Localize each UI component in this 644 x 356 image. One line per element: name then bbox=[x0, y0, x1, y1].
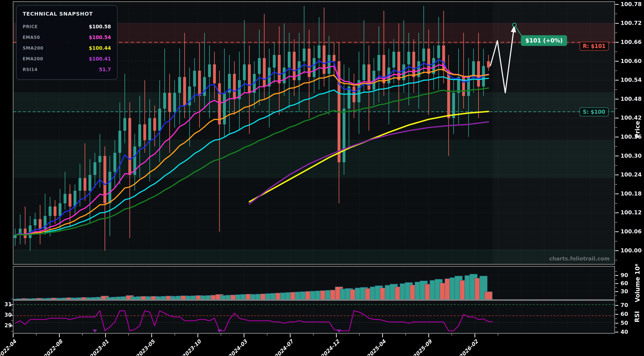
rsi-left-tick-label: 31 bbox=[2, 301, 12, 308]
candle bbox=[223, 93, 226, 124]
candle bbox=[328, 55, 330, 74]
rsi-tick-label: 70 bbox=[620, 302, 628, 308]
candle bbox=[98, 156, 101, 162]
candle bbox=[298, 61, 300, 80]
candle bbox=[84, 178, 86, 191]
candle bbox=[163, 93, 166, 109]
snapshot-value: $100.54 bbox=[89, 35, 111, 40]
candle bbox=[123, 118, 126, 131]
candle bbox=[248, 64, 251, 93]
candle bbox=[118, 131, 121, 153]
snapshot-value: $100.44 bbox=[89, 45, 111, 51]
candle bbox=[153, 118, 156, 131]
candle bbox=[208, 64, 211, 77]
candle bbox=[283, 68, 286, 83]
candle bbox=[407, 52, 410, 64]
rsi-tick-label: 60 bbox=[620, 311, 628, 317]
technical-snapshot-panel: TECHNICAL SNAPSHOT PRICE $100.58 EMA50 $… bbox=[16, 5, 118, 80]
candle bbox=[437, 45, 440, 58]
candle bbox=[88, 175, 91, 191]
rsi-axis-title: RSI bbox=[634, 284, 642, 349]
price-tick-label: 100.36 bbox=[620, 134, 642, 140]
forecast-target-badge: $101 (+0%) bbox=[521, 35, 567, 46]
snapshot-row-rsi14: RSI14 51.7 bbox=[23, 64, 111, 75]
volume-tick-label: 60 bbox=[620, 280, 628, 286]
candle bbox=[258, 58, 261, 74]
candle bbox=[402, 64, 405, 80]
resistance-level-label: R: $101 bbox=[580, 42, 609, 51]
price-tick-label: 100.00 bbox=[620, 247, 642, 254]
candle bbox=[218, 83, 221, 124]
snapshot-label: EMA200 bbox=[23, 56, 43, 61]
candle bbox=[24, 229, 26, 238]
candle bbox=[148, 118, 151, 140]
price-tick-label: 100.60 bbox=[620, 58, 642, 64]
price-tick-label: 100.06 bbox=[620, 228, 642, 235]
candle bbox=[178, 77, 181, 93]
candle bbox=[203, 77, 206, 96]
candle bbox=[48, 206, 52, 216]
candle bbox=[78, 178, 82, 191]
candle bbox=[412, 52, 415, 77]
candle bbox=[168, 93, 171, 112]
candle bbox=[343, 109, 346, 162]
candle bbox=[173, 93, 176, 112]
price-tick-label: 100.66 bbox=[620, 39, 642, 45]
price-axis-title: Price bbox=[634, 97, 642, 162]
candle bbox=[233, 74, 236, 99]
snapshot-row-sma200: SMA200 $100.44 bbox=[23, 43, 111, 53]
candle bbox=[332, 55, 335, 61]
candle bbox=[108, 172, 111, 203]
watermark: charts.foliotrail.com bbox=[549, 256, 610, 262]
snapshot-row-ema200: EMA200 $100.41 bbox=[23, 53, 111, 64]
candle bbox=[183, 77, 186, 105]
price-tick-label: 100.48 bbox=[620, 96, 642, 102]
candle bbox=[278, 55, 281, 83]
candle bbox=[243, 64, 246, 80]
candle bbox=[114, 153, 116, 172]
candle bbox=[447, 71, 450, 118]
candle bbox=[144, 124, 146, 140]
snapshot-label: RSI14 bbox=[23, 67, 38, 72]
candle bbox=[54, 206, 56, 216]
support-level-label: S: $100 bbox=[580, 107, 608, 116]
rsi-left-tick-label: 30 bbox=[2, 312, 12, 318]
rsi-tick-label: 50 bbox=[620, 320, 628, 326]
candle bbox=[392, 52, 395, 68]
candle bbox=[34, 219, 36, 225]
chart-page: TECHNICAL SNAPSHOT PRICE $100.58 EMA50 $… bbox=[0, 0, 644, 356]
candle bbox=[158, 109, 161, 131]
snapshot-value: 51.7 bbox=[99, 67, 111, 72]
candle bbox=[58, 203, 61, 216]
snapshot-label: PRICE bbox=[23, 24, 38, 29]
candle bbox=[303, 48, 306, 61]
candle bbox=[313, 58, 316, 77]
price-tick-label: 100.42 bbox=[620, 115, 642, 121]
price-tick-label: 100.12 bbox=[620, 209, 642, 216]
candle bbox=[368, 64, 370, 90]
candle bbox=[128, 118, 131, 175]
candle bbox=[104, 156, 106, 203]
price-tick-label: 100.72 bbox=[620, 20, 642, 26]
rsi-tick-label: 40 bbox=[620, 329, 628, 335]
candle bbox=[263, 58, 266, 86]
volume-tick-label: 30 bbox=[620, 288, 628, 295]
candle bbox=[487, 61, 490, 68]
candle bbox=[198, 71, 201, 96]
candle bbox=[39, 219, 42, 229]
candle bbox=[318, 45, 320, 58]
price-tick-label: 100.24 bbox=[620, 171, 642, 178]
snapshot-label: EMA50 bbox=[23, 35, 40, 40]
forecast-endpoint-marker bbox=[512, 23, 516, 27]
candle bbox=[362, 64, 365, 80]
snapshot-value: $100.58 bbox=[89, 24, 111, 29]
rsi-left-tick-label: 29 bbox=[2, 323, 12, 329]
candle bbox=[94, 162, 96, 175]
candle bbox=[138, 124, 141, 147]
candle bbox=[288, 52, 290, 68]
candle bbox=[69, 194, 72, 206]
snapshot-row-ema50: EMA50 $100.54 bbox=[23, 32, 111, 43]
candle bbox=[193, 71, 196, 86]
snapshot-label: SMA200 bbox=[23, 46, 43, 51]
candle bbox=[477, 61, 480, 87]
